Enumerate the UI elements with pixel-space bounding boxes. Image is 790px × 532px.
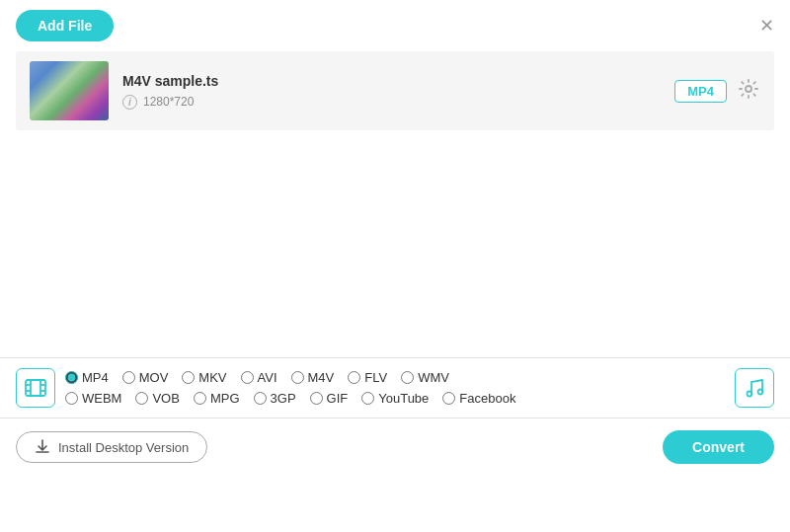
convert-button[interactable]: Convert: [663, 430, 774, 464]
file-name: M4V sample.ts: [122, 73, 661, 89]
film-icon: [24, 376, 47, 400]
format-label-YouTube: YouTube: [378, 391, 429, 406]
format-label-MKV: MKV: [198, 370, 226, 385]
format-row-1: MP4 MOV MKV AVI M4V FLV: [65, 370, 725, 385]
music-icon: [744, 377, 765, 399]
format-option-MKV[interactable]: MKV: [182, 370, 226, 385]
radio-FLV[interactable]: [348, 371, 360, 384]
radio-MP4[interactable]: [65, 371, 78, 384]
format-badge-button[interactable]: MP4: [674, 80, 727, 103]
bottom-bar: Install Desktop Version Convert: [0, 418, 790, 476]
radio-VOB[interactable]: [135, 392, 148, 405]
format-option-YouTube[interactable]: YouTube: [361, 391, 429, 406]
settings-button[interactable]: [737, 77, 760, 106]
svg-rect-1: [26, 380, 45, 396]
format-option-WMV[interactable]: WMV: [401, 370, 449, 385]
radio-GIF[interactable]: [310, 392, 323, 405]
format-options: MP4 MOV MKV AVI M4V FLV: [65, 370, 725, 406]
file-info: M4V sample.ts i 1280*720: [122, 73, 661, 110]
add-file-button[interactable]: Add File: [16, 10, 114, 41]
radio-M4V[interactable]: [291, 371, 304, 384]
format-label-3GP: 3GP: [271, 391, 296, 406]
radio-Facebook[interactable]: [442, 392, 455, 405]
format-label-M4V: M4V: [308, 370, 335, 385]
video-format-button[interactable]: [16, 368, 55, 408]
radio-WEBM[interactable]: [65, 392, 78, 405]
thumbnail-image: [30, 61, 109, 120]
format-option-WEBM[interactable]: WEBM: [65, 391, 121, 406]
format-option-GIF[interactable]: GIF: [310, 391, 349, 406]
file-thumbnail: [30, 61, 109, 120]
format-label-AVI: AVI: [258, 370, 277, 385]
format-label-Facebook: Facebook: [459, 391, 515, 406]
main-content-area: [0, 130, 790, 357]
svg-point-9: [758, 390, 763, 395]
radio-3GP[interactable]: [254, 392, 267, 405]
radio-MPG[interactable]: [194, 392, 206, 405]
format-option-AVI[interactable]: AVI: [241, 370, 277, 385]
format-label-VOB: VOB: [152, 391, 179, 406]
format-option-MOV[interactable]: MOV: [122, 370, 169, 385]
top-bar: Add File ✕: [0, 0, 790, 51]
format-label-MP4: MP4: [82, 370, 109, 385]
info-icon: i: [122, 95, 137, 110]
format-option-MPG[interactable]: MPG: [194, 391, 240, 406]
file-resolution: 1280*720: [143, 95, 194, 109]
install-desktop-button[interactable]: Install Desktop Version: [16, 431, 207, 463]
format-option-M4V[interactable]: M4V: [291, 370, 335, 385]
install-label: Install Desktop Version: [58, 440, 189, 455]
format-label-GIF: GIF: [327, 391, 349, 406]
format-label-WMV: WMV: [418, 370, 449, 385]
radio-YouTube[interactable]: [361, 392, 374, 405]
format-label-WEBM: WEBM: [82, 391, 121, 406]
radio-MOV[interactable]: [122, 371, 135, 384]
format-option-Facebook[interactable]: Facebook: [442, 391, 515, 406]
format-label-MOV: MOV: [139, 370, 169, 385]
close-button[interactable]: ✕: [759, 17, 774, 35]
gear-icon: [739, 79, 758, 99]
format-bar: MP4 MOV MKV AVI M4V FLV: [0, 357, 790, 418]
svg-point-0: [746, 86, 751, 92]
format-label-FLV: FLV: [364, 370, 387, 385]
download-icon: [35, 439, 50, 455]
radio-AVI[interactable]: [241, 371, 254, 384]
format-option-3GP[interactable]: 3GP: [254, 391, 296, 406]
format-option-VOB[interactable]: VOB: [135, 391, 179, 406]
format-option-MP4[interactable]: MP4: [65, 370, 109, 385]
file-meta: i 1280*720: [122, 95, 661, 110]
format-row-2: WEBM VOB MPG 3GP GIF YouTube: [65, 391, 725, 406]
radio-WMV[interactable]: [401, 371, 414, 384]
format-option-FLV[interactable]: FLV: [348, 370, 387, 385]
file-item: M4V sample.ts i 1280*720 MP4: [16, 51, 774, 130]
format-label-MPG: MPG: [210, 391, 240, 406]
file-actions: MP4: [674, 77, 760, 106]
svg-point-8: [748, 392, 752, 397]
radio-MKV[interactable]: [182, 371, 195, 384]
file-list-area: M4V sample.ts i 1280*720 MP4: [16, 51, 774, 130]
audio-format-button[interactable]: [735, 368, 774, 408]
